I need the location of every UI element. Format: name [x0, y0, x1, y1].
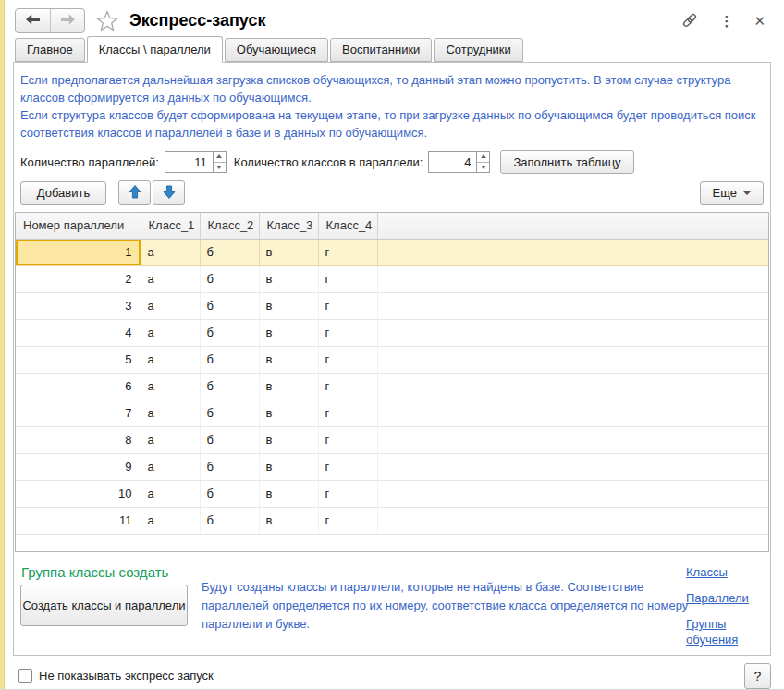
parallels-count-input[interactable] [165, 151, 213, 173]
parallels-spin-up[interactable] [214, 152, 226, 163]
class-letter-cell[interactable]: в [259, 453, 318, 480]
classes-count-input[interactable] [428, 151, 476, 173]
class-letter-cell[interactable]: г [318, 480, 377, 507]
class-letter-cell[interactable]: в [259, 507, 318, 534]
tab-klassy-paralleli[interactable]: Классы \ параллели [87, 36, 223, 63]
class-letter-cell[interactable]: г [318, 373, 377, 400]
parallel-number-cell[interactable]: 4 [16, 319, 141, 346]
class-letter-cell[interactable]: а [141, 400, 200, 426]
column-header-class-3[interactable]: Класс_3 [259, 213, 318, 239]
class-letter-cell[interactable]: в [259, 373, 318, 400]
class-letter-cell[interactable]: г [318, 292, 377, 319]
back-button[interactable] [16, 9, 50, 32]
favorite-star-icon[interactable] [96, 10, 118, 31]
class-letter-cell[interactable]: а [141, 453, 200, 480]
class-letter-cell[interactable]: а [141, 426, 200, 453]
class-letter-cell[interactable]: б [200, 480, 259, 507]
class-letter-cell[interactable]: г [318, 453, 377, 480]
forward-button[interactable] [50, 9, 84, 32]
create-classes-button[interactable]: Создать классы и параллели [20, 585, 188, 626]
parallel-number-cell[interactable]: 6 [16, 373, 141, 400]
column-header-parallel-number[interactable]: Номер параллели [16, 213, 141, 239]
tab-obuchayushchiesya[interactable]: Обучающиеся [225, 38, 328, 62]
more-menu-icon[interactable]: ⋮ [719, 14, 733, 28]
parallel-number-cell[interactable]: 7 [16, 400, 141, 426]
column-header-class-2[interactable]: Класс_2 [200, 213, 259, 239]
class-letter-cell[interactable]: г [318, 400, 377, 426]
parallels-spin-down[interactable] [214, 163, 226, 173]
column-header-class-4[interactable]: Класс_4 [318, 213, 377, 239]
link-parallels[interactable]: Параллели [686, 590, 762, 606]
parallel-number-cell[interactable]: 8 [16, 426, 141, 453]
parallel-number-cell[interactable]: 9 [16, 453, 141, 480]
class-letter-cell[interactable]: а [141, 346, 200, 373]
parallel-number-cell[interactable]: 10 [16, 480, 141, 507]
class-letter-cell[interactable]: г [318, 265, 377, 292]
class-letter-cell[interactable]: б [200, 453, 259, 480]
class-letter-cell[interactable]: г [318, 239, 377, 265]
column-header-class-1[interactable]: Класс_1 [141, 213, 200, 239]
table-row[interactable]: 2абвг [16, 265, 768, 292]
table-row[interactable]: 11абвг [16, 507, 768, 534]
fill-table-button[interactable]: Заполнить таблицу [500, 150, 633, 174]
add-row-button[interactable]: Добавить [20, 181, 106, 205]
class-letter-cell[interactable]: а [141, 319, 200, 346]
move-down-button[interactable] [153, 180, 185, 205]
class-letter-cell[interactable]: в [259, 239, 318, 265]
class-letter-cell[interactable]: в [259, 400, 318, 426]
class-letter-cell[interactable]: в [259, 346, 318, 373]
class-letter-cell[interactable]: б [200, 400, 259, 426]
table-row[interactable]: 3абвг [16, 292, 768, 319]
class-letter-cell[interactable]: б [200, 346, 259, 373]
class-letter-cell[interactable]: а [141, 292, 200, 319]
table-row[interactable]: 4абвг [16, 319, 768, 346]
class-letter-cell[interactable]: б [200, 426, 259, 453]
help-button[interactable]: ? [744, 663, 771, 689]
class-letter-cell[interactable]: в [259, 426, 318, 453]
class-letter-cell[interactable]: а [141, 265, 200, 292]
table-row[interactable]: 1абвг [16, 239, 768, 265]
class-letter-cell[interactable]: а [141, 507, 200, 534]
class-letter-cell[interactable]: б [200, 239, 259, 265]
table-row[interactable]: 6абвг [16, 373, 768, 400]
class-letter-cell[interactable]: г [318, 507, 377, 534]
class-letter-cell[interactable]: б [200, 319, 259, 346]
parallel-number-cell[interactable]: 2 [16, 265, 141, 292]
parallel-number-cell[interactable]: 5 [16, 346, 141, 373]
table-row[interactable]: 9абвг [16, 453, 768, 480]
class-letter-cell[interactable]: а [141, 480, 200, 507]
class-letter-cell[interactable]: в [259, 319, 318, 346]
class-letter-cell[interactable]: б [200, 265, 259, 292]
class-letter-cell[interactable]: б [200, 507, 259, 534]
table-row[interactable]: 8абвг [16, 426, 768, 453]
tab-glavnoe[interactable]: Главное [15, 38, 85, 62]
class-letter-cell[interactable]: в [259, 480, 318, 507]
tab-vospitanniki[interactable]: Воспитанники [330, 38, 432, 62]
parallel-number-cell[interactable]: 3 [16, 292, 141, 319]
table-row[interactable]: 5абвг [16, 346, 768, 373]
hide-express-checkbox[interactable] [18, 669, 32, 683]
class-letter-cell[interactable]: в [259, 292, 318, 319]
create-description: Будут созданы классы и параллели, которы… [202, 578, 705, 634]
more-actions-button[interactable]: Еще [700, 181, 764, 205]
class-letter-cell[interactable]: г [318, 426, 377, 453]
move-up-button[interactable] [118, 180, 151, 205]
class-letter-cell[interactable]: в [259, 265, 318, 292]
classes-spin-up[interactable] [477, 152, 489, 163]
table-row[interactable]: 7абвг [16, 400, 768, 426]
class-letter-cell[interactable]: а [141, 239, 200, 265]
class-letter-cell[interactable]: г [318, 346, 377, 373]
tab-sotrudniki[interactable]: Сотрудники [434, 38, 522, 62]
class-letter-cell[interactable]: б [200, 292, 259, 319]
close-icon[interactable]: ✕ [753, 14, 766, 28]
get-link-icon[interactable] [680, 11, 699, 30]
link-education-groups[interactable]: Группы обучения [686, 616, 762, 647]
class-letter-cell[interactable]: а [141, 373, 200, 400]
parallel-number-cell[interactable]: 11 [16, 507, 141, 534]
parallel-number-cell[interactable]: 1 [16, 239, 141, 265]
classes-spin-down[interactable] [477, 163, 489, 173]
class-letter-cell[interactable]: б [200, 373, 259, 400]
table-row[interactable]: 10абвг [16, 480, 768, 507]
class-letter-cell[interactable]: г [318, 319, 377, 346]
link-classes[interactable]: Классы [686, 564, 762, 580]
